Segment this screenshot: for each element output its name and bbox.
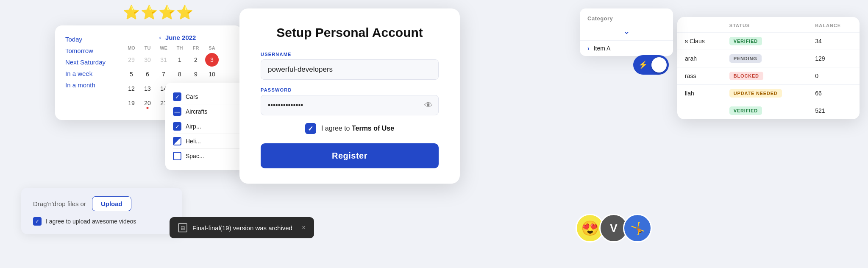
upload-button[interactable]: Upload <box>92 196 131 211</box>
checkbox-heli[interactable] <box>173 137 181 145</box>
row-balance-2: 129 <box>807 50 860 67</box>
checklist-card: Cars Aircrafts Airp... Heli... Spac... <box>165 83 250 170</box>
status-badge-update-1: UPDATE NEEDED <box>729 89 782 98</box>
register-button[interactable]: Register <box>261 143 439 168</box>
setup-title: Setup Personal Account <box>261 25 439 40</box>
status-badge-blocked-1: BLOCKED <box>729 72 763 80</box>
day-9[interactable]: 9 <box>189 67 203 81</box>
toast-close-button[interactable]: × <box>302 224 306 232</box>
toast: ▤ Final-final(19) version was archived × <box>170 217 314 238</box>
col-tu: TU <box>140 45 155 52</box>
day-8[interactable]: 8 <box>173 67 186 81</box>
calendar-month-label: June 2022 <box>165 34 196 41</box>
toggle-switch[interactable]: ⚡ <box>633 55 669 75</box>
agree-checkbox[interactable] <box>305 123 316 134</box>
table-card: STATUS BALANCE s Claus VERIFIED 34 arah … <box>677 17 860 119</box>
avatar-emoji-2: 🤸 <box>623 214 652 243</box>
check-label-cars: Cars <box>186 93 198 100</box>
drag-text: Drag'n'drop files or <box>33 200 86 207</box>
row-name-5 <box>677 102 722 120</box>
day-1[interactable]: 1 <box>173 53 186 67</box>
prev-month-arrow[interactable]: ‹ <box>159 34 161 41</box>
day-31[interactable]: 31 <box>157 53 170 67</box>
check-item-airp[interactable]: Airp... <box>173 119 242 134</box>
password-wrap: 👁 <box>261 95 439 115</box>
toggle-wrap: ⚡ <box>633 55 669 75</box>
day-30[interactable]: 30 <box>141 53 154 67</box>
col-we: WE <box>156 45 171 52</box>
row-balance-5: 521 <box>807 102 860 120</box>
setup-card: Setup Personal Account USERNAME PASSWORD… <box>239 8 460 184</box>
day-3[interactable]: 3 <box>205 53 219 67</box>
table-row: llah UPDATE NEEDED 66 <box>677 85 860 102</box>
checkbox-aircrafts[interactable] <box>173 107 181 116</box>
upload-agree-checkbox[interactable] <box>33 217 42 226</box>
arrow-right-icon: › <box>587 45 590 52</box>
day-12[interactable]: 12 <box>125 82 138 95</box>
row-status-2: PENDING <box>722 50 807 67</box>
day-7[interactable]: 7 <box>157 67 170 81</box>
toast-archive-icon: ▤ <box>178 223 187 232</box>
username-input[interactable] <box>261 59 439 80</box>
status-badge-verified-1: VERIFIED <box>729 37 762 45</box>
table-row: arah PENDING 129 <box>677 50 860 67</box>
row-name-3: rass <box>677 67 722 85</box>
avatar-group: 😍 V 🤸 <box>576 214 652 243</box>
shortcut-today[interactable]: Today <box>65 36 109 43</box>
shortcut-next-saturday[interactable]: Next Saturday <box>65 59 109 66</box>
calendar-shortcuts: Today Tomorrow Next Saturday In a week I… <box>65 36 116 89</box>
row-balance-4: 66 <box>807 85 860 102</box>
row-balance-1: 34 <box>807 33 860 50</box>
day-6[interactable]: 6 <box>141 67 154 81</box>
shortcut-in-a-month[interactable]: In a month <box>65 81 109 89</box>
star-icons: ⭐⭐⭐⭐ <box>123 5 194 20</box>
row-status-5: VERIFIED <box>722 102 807 120</box>
status-table: STATUS BALANCE s Claus VERIFIED 34 arah … <box>677 17 860 119</box>
day-19[interactable]: 19 <box>125 96 138 110</box>
category-card: Category ⌄ › Item A <box>580 8 673 56</box>
check-item-cars[interactable]: Cars <box>173 89 242 104</box>
lightning-icon: ⚡ <box>638 60 648 70</box>
day-20[interactable]: 20 <box>141 96 154 110</box>
checkbox-airp[interactable] <box>173 122 181 131</box>
upload-agree-row: I agree to upload awesome videos <box>33 217 170 226</box>
day-2[interactable]: 2 <box>189 53 203 67</box>
day-13[interactable]: 13 <box>141 82 154 95</box>
row-status-4: UPDATE NEEDED <box>722 85 807 102</box>
check-item-aircrafts[interactable]: Aircrafts <box>173 104 242 119</box>
check-label-airp: Airp... <box>186 123 201 130</box>
check-label-spac: Spac... <box>186 153 204 159</box>
col-status-header: STATUS <box>722 17 807 33</box>
upload-row: Drag'n'drop files or Upload <box>33 196 170 211</box>
col-mo: MO <box>124 45 139 52</box>
shortcut-in-a-week[interactable]: In a week <box>65 70 109 77</box>
category-title: Category <box>580 15 673 26</box>
status-badge-pending-1: PENDING <box>729 54 762 63</box>
checkbox-cars[interactable] <box>173 92 181 101</box>
agree-row: I agree to Terms of Use <box>261 123 439 134</box>
row-name-2: arah <box>677 50 722 67</box>
username-label: USERNAME <box>261 52 439 57</box>
check-item-heli[interactable]: Heli... <box>173 134 242 149</box>
day-10[interactable]: 10 <box>205 67 219 81</box>
category-item-a[interactable]: › Item A <box>580 40 673 56</box>
row-status-3: BLOCKED <box>722 67 807 85</box>
eye-icon[interactable]: 👁 <box>424 100 433 110</box>
row-balance-3: 0 <box>807 67 860 85</box>
shortcut-tomorrow[interactable]: Tomorrow <box>65 47 109 54</box>
col-sa: SA <box>204 45 220 52</box>
day-5[interactable]: 5 <box>125 67 138 81</box>
toggle-knob <box>651 57 667 73</box>
row-name-1: s Claus <box>677 33 722 50</box>
chevron-down-icon[interactable]: ⌄ <box>580 26 673 40</box>
category-item-label: Item A <box>594 45 611 52</box>
password-label: PASSWORD <box>261 87 439 92</box>
stars-row: ⭐⭐⭐⭐ <box>123 4 194 20</box>
password-input[interactable] <box>261 95 439 115</box>
day-29[interactable]: 29 <box>125 53 138 67</box>
check-label-heli: Heli... <box>186 138 201 145</box>
upload-card: Drag'n'drop files or Upload I agree to u… <box>21 188 182 234</box>
status-badge-verified-2: VERIFIED <box>729 106 762 115</box>
check-item-spac[interactable]: Spac... <box>173 149 242 163</box>
checkbox-spac[interactable] <box>173 152 181 160</box>
